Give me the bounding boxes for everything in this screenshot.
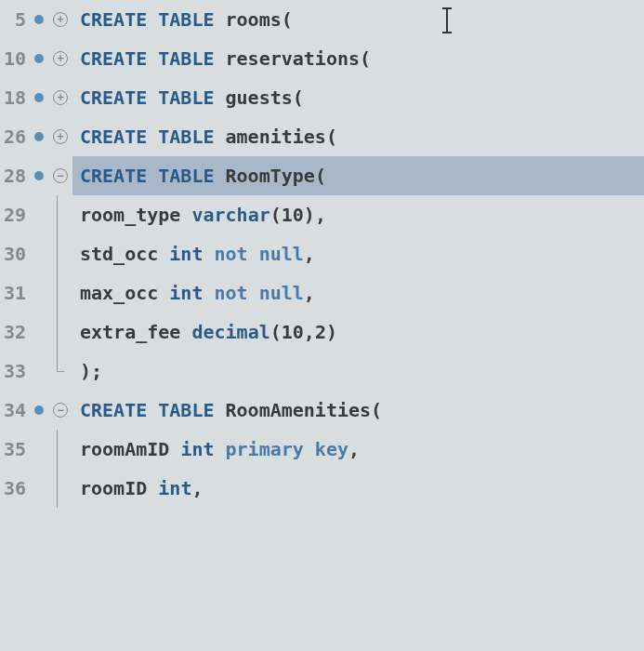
token-ident: reservations [215, 47, 361, 70]
expand-icon[interactable]: + [53, 90, 68, 105]
indent-guide [51, 430, 70, 469]
token-punct: ) [326, 321, 337, 343]
dot-icon [34, 15, 44, 24]
line-number: 18 [0, 86, 30, 109]
token-num: 2 [315, 321, 326, 343]
collapse-icon[interactable]: − [53, 168, 68, 183]
code-line[interactable]: 30std_occ int not null, [0, 234, 644, 273]
fold-gutter[interactable] [48, 273, 72, 312]
breakpoint-marker[interactable] [30, 132, 48, 141]
line-number: 30 [0, 243, 30, 265]
fold-gutter[interactable]: + [48, 12, 72, 27]
code-content[interactable]: CREATE TABLE RoomAmenities( [72, 391, 644, 430]
fold-gutter[interactable]: + [48, 90, 72, 105]
code-content[interactable]: CREATE TABLE RoomType( [72, 156, 644, 195]
token-punct: ); [80, 360, 102, 382]
fold-gutter[interactable]: − [48, 168, 72, 183]
code-editor[interactable]: 5+CREATE TABLE rooms(10+CREATE TABLE res… [0, 0, 644, 508]
indent-guide [51, 469, 70, 508]
code-line[interactable]: 26+CREATE TABLE amenities( [0, 117, 644, 156]
dot-icon [34, 54, 44, 63]
token-punct: ( [371, 399, 382, 421]
fold-gutter[interactable] [48, 195, 72, 234]
line-number: 31 [0, 282, 30, 304]
token-kw: CREATE TABLE [80, 399, 215, 421]
token-kw: CREATE TABLE [80, 165, 215, 187]
code-line[interactable]: 34−CREATE TABLE RoomAmenities( [0, 391, 644, 430]
token-ident: extra_fee [80, 321, 191, 343]
code-line[interactable]: 32extra_fee decimal(10,2) [0, 312, 644, 352]
code-line[interactable]: 18+CREATE TABLE guests( [0, 78, 644, 117]
token-punct: ), [304, 204, 326, 226]
token-type: decimal [191, 321, 269, 343]
fold-gutter[interactable]: + [48, 51, 72, 66]
expand-icon[interactable]: + [53, 129, 68, 144]
fold-gutter[interactable]: − [48, 403, 72, 418]
code-content[interactable]: roomAmID int primary key, [72, 430, 644, 469]
token-punct: ( [270, 321, 282, 343]
line-number: 28 [0, 165, 30, 187]
token-type: varchar [191, 204, 269, 226]
line-number: 26 [0, 126, 30, 148]
token-punct: , [304, 243, 315, 265]
code-content[interactable]: CREATE TABLE amenities( [72, 117, 644, 156]
code-line[interactable]: 5+CREATE TABLE rooms( [0, 0, 644, 39]
fold-gutter[interactable] [48, 234, 72, 273]
token-num: 10 [282, 204, 304, 226]
expand-icon[interactable]: + [53, 51, 68, 66]
fold-gutter[interactable] [48, 430, 72, 469]
token-type: int [169, 243, 203, 265]
fold-gutter[interactable]: + [48, 129, 72, 144]
breakpoint-marker[interactable] [30, 54, 48, 63]
token-punct: ( [315, 165, 326, 187]
token-punct: , [191, 477, 203, 499]
collapse-icon[interactable]: − [53, 403, 68, 418]
code-content[interactable]: room_type varchar(10), [72, 195, 644, 234]
breakpoint-marker[interactable] [30, 93, 48, 102]
indent-guide [51, 195, 70, 234]
code-line[interactable]: 28−CREATE TABLE RoomType( [0, 156, 644, 195]
token-punct: ( [360, 47, 371, 70]
line-number: 32 [0, 321, 30, 343]
token-ident: amenities [215, 126, 326, 148]
code-line[interactable]: 29room_type varchar(10), [0, 195, 644, 234]
token-type: int [180, 438, 214, 460]
line-number: 33 [0, 360, 30, 382]
dot-icon [34, 405, 44, 415]
fold-gutter[interactable] [48, 469, 72, 508]
token-num: 10 [282, 321, 304, 343]
code-content[interactable]: max_occ int not null, [72, 273, 644, 312]
token-punct: ( [282, 8, 293, 31]
code-line[interactable]: 36roomID int, [0, 469, 644, 508]
code-line[interactable]: 33); [0, 352, 644, 391]
token-ident: RoomType [215, 165, 315, 187]
code-content[interactable]: CREATE TABLE guests( [72, 78, 644, 117]
token-punct: , [304, 321, 315, 343]
code-line[interactable]: 31max_occ int not null, [0, 273, 644, 312]
token-kw: CREATE TABLE [80, 47, 215, 70]
fold-gutter[interactable] [48, 312, 72, 352]
line-number: 35 [0, 438, 30, 460]
code-content[interactable]: CREATE TABLE rooms( [72, 0, 644, 39]
code-content[interactable]: CREATE TABLE reservations( [72, 39, 644, 78]
dot-icon [34, 171, 44, 180]
line-number: 10 [0, 47, 30, 70]
token-kw: CREATE TABLE [80, 126, 215, 148]
code-content[interactable]: roomID int, [72, 469, 644, 508]
expand-icon[interactable]: + [53, 12, 68, 27]
dot-icon [34, 93, 44, 102]
token-punct: ( [293, 86, 304, 109]
fold-gutter[interactable] [48, 352, 72, 391]
breakpoint-marker[interactable] [30, 171, 48, 180]
indent-guide [51, 234, 70, 273]
breakpoint-marker[interactable] [30, 15, 48, 24]
code-content[interactable]: ); [72, 352, 644, 391]
line-number: 34 [0, 399, 30, 421]
code-line[interactable]: 10+CREATE TABLE reservations( [0, 39, 644, 78]
token-punct: ( [270, 204, 282, 226]
breakpoint-marker[interactable] [30, 405, 48, 415]
code-line[interactable]: 35roomAmID int primary key, [0, 430, 644, 469]
code-content[interactable]: std_occ int not null, [72, 234, 644, 273]
code-content[interactable]: extra_fee decimal(10,2) [72, 312, 644, 352]
line-number: 5 [0, 8, 30, 31]
